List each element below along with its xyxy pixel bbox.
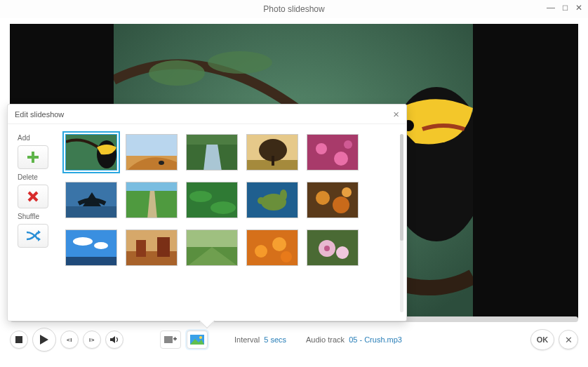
thumbnail-lone-tree[interactable] bbox=[246, 134, 298, 171]
svg-rect-56 bbox=[126, 230, 178, 251]
delete-label: Delete bbox=[18, 173, 55, 181]
thumbnail-image bbox=[126, 135, 178, 171]
photo-icon bbox=[190, 335, 204, 345]
svg-point-54 bbox=[73, 237, 93, 246]
svg-point-35 bbox=[344, 140, 352, 149]
thumbnail-image bbox=[307, 182, 359, 218]
svg-rect-59 bbox=[157, 237, 170, 257]
thumbnail-desert-dune[interactable] bbox=[126, 134, 178, 171]
thumbnail-green-field[interactable] bbox=[186, 229, 238, 266]
stop-button[interactable] bbox=[10, 331, 28, 349]
add-button[interactable] bbox=[18, 145, 48, 169]
plus-icon bbox=[27, 151, 39, 164]
svg-rect-32 bbox=[307, 135, 359, 171]
thumbnail-autumn-leaves[interactable] bbox=[307, 182, 359, 218]
prev-icon: <I bbox=[67, 337, 72, 343]
audio-info: Audio track 05 - Crush.mp3 bbox=[306, 335, 402, 344]
thumbnail-green-path[interactable] bbox=[126, 182, 178, 218]
close-window-button[interactable]: ✕ bbox=[575, 3, 582, 13]
audio-value[interactable]: 05 - Crush.mp3 bbox=[349, 335, 402, 344]
volume-icon bbox=[110, 336, 119, 343]
svg-marker-7 bbox=[40, 335, 48, 345]
svg-rect-31 bbox=[272, 156, 274, 166]
popover-title: Edit slideshow bbox=[15, 110, 64, 119]
thumbnail-grid-wrap bbox=[62, 124, 406, 321]
svg-point-34 bbox=[334, 152, 348, 166]
svg-point-47 bbox=[280, 189, 287, 201]
svg-point-69 bbox=[324, 246, 330, 251]
stop-icon bbox=[15, 336, 22, 343]
thumbnail-image bbox=[126, 230, 178, 266]
cancel-button[interactable]: ✕ bbox=[559, 330, 578, 349]
ok-button[interactable]: OK bbox=[530, 329, 554, 350]
interval-info: Interval 5 secs bbox=[234, 335, 286, 344]
thumbnail-blue-sky[interactable] bbox=[65, 229, 117, 266]
svg-point-65 bbox=[281, 251, 292, 262]
add-media-icon bbox=[164, 335, 177, 345]
thumbnail-pink-flowers[interactable] bbox=[307, 134, 359, 171]
audio-label: Audio track bbox=[306, 335, 345, 344]
thumbnail-whale-tail[interactable] bbox=[65, 182, 117, 218]
svg-point-64 bbox=[272, 237, 286, 251]
thumbnail-orange-flowers[interactable] bbox=[246, 229, 298, 266]
thumbnail-monument-valley[interactable] bbox=[126, 229, 178, 266]
minimize-button[interactable]: — bbox=[547, 3, 555, 13]
svg-point-51 bbox=[342, 187, 352, 197]
thumbnail-image bbox=[66, 135, 117, 171]
thumbnail-image bbox=[66, 182, 117, 218]
next-button[interactable]: I> bbox=[83, 331, 101, 349]
popover-body: Add Delete Shuffle bbox=[8, 124, 406, 321]
window-controls: — ☐ ✕ bbox=[547, 3, 582, 13]
maximize-button[interactable]: ☐ bbox=[562, 4, 568, 13]
interval-value[interactable]: 5 secs bbox=[264, 335, 286, 344]
volume-button[interactable] bbox=[105, 331, 123, 349]
edit-slideshow-popover: Edit slideshow × Add Delete Shuffle bbox=[7, 104, 407, 321]
svg-point-42 bbox=[189, 191, 212, 202]
svg-rect-27 bbox=[187, 135, 238, 145]
play-button[interactable] bbox=[32, 328, 56, 352]
thumbnail-grid bbox=[65, 134, 403, 266]
svg-rect-48 bbox=[307, 182, 359, 218]
thumbnail-image bbox=[307, 135, 359, 171]
popover-close-button[interactable]: × bbox=[393, 109, 399, 119]
svg-rect-6 bbox=[15, 336, 22, 343]
next-icon: I> bbox=[89, 337, 95, 343]
thumbnail-image bbox=[247, 135, 298, 171]
svg-rect-52 bbox=[66, 230, 117, 257]
thumbnail-blossom-closeup[interactable] bbox=[307, 229, 359, 266]
thumbnail-jungle-leaves[interactable] bbox=[186, 182, 238, 218]
play-icon bbox=[40, 335, 48, 345]
bottom-bar: <I I> Interval 5 secs Audio track 05 - C… bbox=[10, 325, 578, 354]
svg-marker-20 bbox=[38, 237, 41, 241]
svg-rect-9 bbox=[164, 336, 173, 343]
edit-slideshow-button[interactable] bbox=[187, 331, 208, 349]
thumbnail-image bbox=[66, 230, 117, 266]
shuffle-button[interactable] bbox=[18, 224, 48, 248]
svg-marker-19 bbox=[38, 230, 41, 234]
svg-point-50 bbox=[333, 196, 349, 213]
prev-button[interactable]: <I bbox=[60, 331, 79, 349]
thumbnail-scrollbar[interactable] bbox=[400, 134, 403, 312]
svg-point-2 bbox=[208, 51, 272, 74]
svg-point-46 bbox=[258, 197, 265, 204]
shuffle-icon bbox=[25, 229, 41, 242]
svg-point-1 bbox=[149, 60, 205, 86]
thumbnail-forest-stream[interactable] bbox=[186, 134, 238, 171]
thumbnail-image bbox=[307, 230, 359, 266]
thumbnail-image bbox=[247, 230, 298, 266]
svg-rect-53 bbox=[66, 257, 117, 266]
thumbnail-sea-turtle[interactable] bbox=[246, 182, 298, 218]
svg-point-68 bbox=[336, 246, 349, 259]
svg-rect-40 bbox=[126, 182, 178, 191]
scrollbar-handle[interactable] bbox=[400, 134, 403, 241]
svg-point-43 bbox=[211, 201, 236, 214]
svg-rect-11 bbox=[175, 337, 176, 340]
popover-header: Edit slideshow × bbox=[8, 105, 406, 124]
popover-sidebar: Add Delete Shuffle bbox=[8, 124, 62, 321]
thumbnail-tropical-bird[interactable] bbox=[65, 134, 117, 171]
shuffle-label: Shuffle bbox=[18, 213, 55, 220]
delete-button[interactable] bbox=[18, 185, 48, 208]
svg-rect-37 bbox=[66, 206, 117, 218]
add-media-button[interactable] bbox=[160, 331, 181, 349]
svg-rect-62 bbox=[247, 230, 298, 266]
